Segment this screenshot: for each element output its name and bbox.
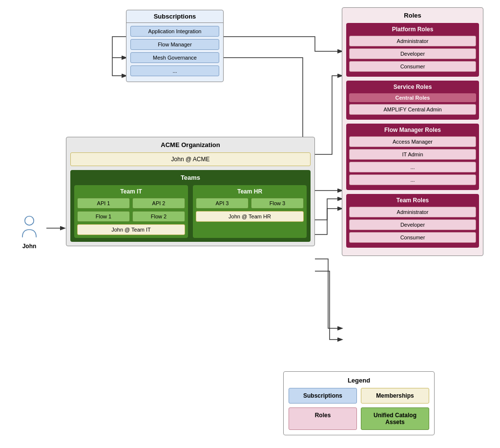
access-manager: Access Manager bbox=[349, 136, 476, 147]
legend-title: Legend bbox=[289, 377, 429, 384]
teams-title: Teams bbox=[74, 174, 307, 181]
api1: API 1 bbox=[77, 198, 130, 209]
amplify-central-admin: AMPLIFY Central Admin bbox=[349, 104, 476, 115]
role-administrator: Administrator bbox=[349, 36, 476, 46]
team-hr-box: Team HR API 3 Flow 3 John @ Team HR bbox=[193, 185, 307, 238]
role-consumer: Consumer bbox=[349, 61, 476, 72]
diagram: Subscriptions Application Integration Fl… bbox=[0, 0, 500, 448]
sub-item-mesh-governance: Mesh Governance bbox=[130, 52, 219, 63]
api2: API 2 bbox=[132, 198, 185, 209]
sub-item-more: ... bbox=[130, 65, 219, 76]
team-it-box: Team IT API 1 API 2 Flow 1 Flow 2 John @… bbox=[74, 185, 188, 238]
person-icon bbox=[17, 215, 42, 239]
legend-grid: Subscriptions Memberships Roles Unified … bbox=[289, 388, 429, 430]
platform-roles-section: Platform Roles Administrator Developer C… bbox=[346, 23, 479, 77]
team-roles-title: Team Roles bbox=[349, 197, 476, 204]
role-developer: Developer bbox=[349, 48, 476, 59]
john-figure: John bbox=[12, 215, 46, 250]
legend-roles: Roles bbox=[289, 407, 357, 430]
team-roles-section: Team Roles Administrator Developer Consu… bbox=[346, 194, 479, 248]
team-it-row2: Flow 1 Flow 2 bbox=[77, 211, 185, 222]
legend-box: Legend Subscriptions Memberships Roles U… bbox=[283, 371, 435, 435]
svg-point-1 bbox=[25, 216, 34, 225]
john-team-it: John @ Team IT bbox=[77, 224, 185, 235]
flow1: Flow 1 bbox=[77, 211, 130, 222]
john-acme-membership: John @ ACME bbox=[70, 152, 311, 166]
service-roles-section: Service Roles Central Roles AMPLIFY Cent… bbox=[346, 81, 479, 120]
flow3: Flow 3 bbox=[251, 198, 304, 209]
flow2: Flow 2 bbox=[132, 211, 185, 222]
flow-manager-more1: ... bbox=[349, 162, 476, 172]
acme-org-box: ACME Organization John @ ACME Teams Team… bbox=[66, 137, 315, 246]
team-it-row1: API 1 API 2 bbox=[77, 198, 185, 209]
team-role-administrator: Administrator bbox=[349, 207, 476, 217]
legend-catalog: Unified Catalog Assets bbox=[361, 407, 429, 430]
flow-manager-roles-section: Flow Manager Roles Access Manager IT Adm… bbox=[346, 124, 479, 190]
platform-roles-title: Platform Roles bbox=[349, 26, 476, 33]
subscriptions-box: Subscriptions Application Integration Fl… bbox=[126, 10, 224, 82]
roles-box: Roles Platform Roles Administrator Devel… bbox=[342, 7, 483, 256]
roles-title: Roles bbox=[346, 12, 479, 19]
central-roles-label: Central Roles bbox=[349, 93, 476, 102]
it-admin: IT Admin bbox=[349, 149, 476, 160]
sub-item-flow-manager: Flow Manager bbox=[130, 39, 219, 50]
teams-box: Teams Team IT API 1 API 2 Flow 1 Flow 2 … bbox=[70, 170, 311, 242]
flow-manager-more2: ... bbox=[349, 174, 476, 185]
legend-subscriptions: Subscriptions bbox=[289, 388, 357, 404]
john-label: John bbox=[12, 243, 46, 250]
team-hr-title: Team HR bbox=[196, 188, 304, 195]
john-team-hr: John @ Team HR bbox=[196, 211, 304, 222]
teams-row: Team IT API 1 API 2 Flow 1 Flow 2 John @… bbox=[74, 185, 307, 238]
subscriptions-title: Subscriptions bbox=[126, 10, 223, 23]
flow-manager-roles-title: Flow Manager Roles bbox=[349, 127, 476, 133]
team-role-developer: Developer bbox=[349, 219, 476, 230]
service-roles-title: Service Roles bbox=[349, 84, 476, 90]
sub-item-app-integration: Application Integration bbox=[130, 26, 219, 37]
team-role-consumer: Consumer bbox=[349, 232, 476, 243]
legend-memberships: Memberships bbox=[361, 388, 429, 404]
team-it-title: Team IT bbox=[77, 188, 185, 195]
api3: API 3 bbox=[196, 198, 249, 209]
acme-title: ACME Organization bbox=[70, 141, 311, 149]
team-hr-row1: API 3 Flow 3 bbox=[196, 198, 304, 209]
subscriptions-list: Application Integration Flow Manager Mes… bbox=[126, 23, 223, 82]
